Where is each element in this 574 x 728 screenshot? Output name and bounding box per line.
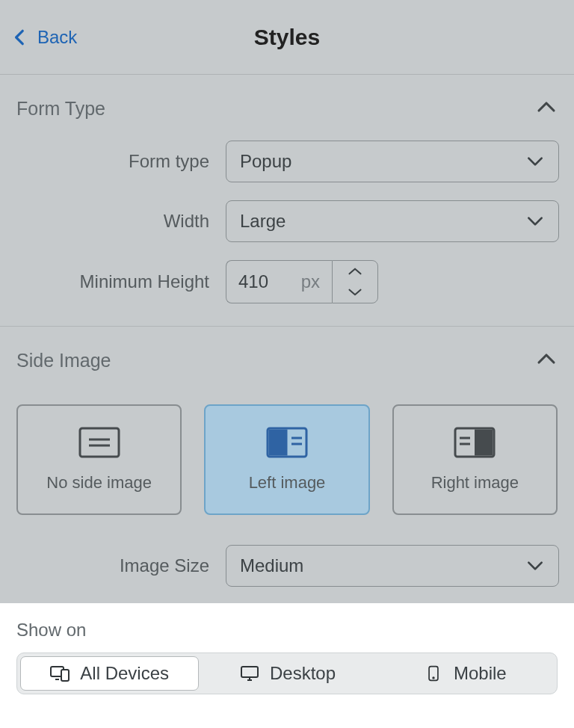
form-type-section-title: Form Type — [16, 98, 105, 120]
desktop-icon — [240, 665, 259, 682]
form-type-section: Form Type Form type Popup Width Large Mi… — [0, 75, 574, 327]
side-image-options: No side image Left image Right image — [0, 383, 574, 536]
left-image-icon — [266, 427, 308, 458]
show-on-mobile[interactable]: Mobile — [377, 656, 554, 691]
svg-rect-4 — [268, 430, 287, 456]
width-row: Width Large — [0, 191, 574, 251]
show-on-label: Show on — [16, 620, 558, 641]
min-height-stepper: 410 px — [226, 260, 378, 303]
image-size-select[interactable]: Medium — [226, 545, 559, 587]
min-height-row: Minimum Height 410 px — [0, 251, 574, 312]
form-type-value: Popup — [240, 151, 291, 172]
chevron-up-icon — [535, 96, 558, 121]
option-right-image-label: Right image — [431, 473, 519, 493]
min-height-step-up[interactable] — [333, 261, 377, 282]
chevron-up-icon — [348, 267, 362, 276]
svg-rect-0 — [80, 428, 119, 457]
chevron-down-icon — [348, 288, 362, 297]
form-type-row: Form type Popup — [0, 132, 574, 191]
no-side-image-icon — [78, 427, 120, 458]
min-height-value: 410 — [238, 271, 268, 292]
header: Back Styles — [0, 0, 574, 75]
min-height-label: Minimum Height — [15, 271, 209, 292]
chevron-up-icon — [535, 348, 558, 373]
back-button[interactable]: Back — [10, 27, 77, 48]
min-height-step-down[interactable] — [333, 282, 377, 303]
back-label: Back — [37, 27, 77, 48]
devices-icon — [50, 665, 70, 682]
width-label: Width — [15, 211, 209, 232]
show-on-desktop-label: Desktop — [270, 663, 336, 684]
image-size-label: Image Size — [15, 555, 209, 576]
option-no-side-image[interactable]: No side image — [16, 404, 182, 515]
show-on-desktop[interactable]: Desktop — [199, 656, 376, 691]
side-image-section-header[interactable]: Side Image — [0, 327, 574, 383]
svg-rect-8 — [475, 430, 493, 456]
chevron-left-icon — [10, 28, 30, 47]
show-on-all-devices[interactable]: All Devices — [20, 656, 199, 691]
side-image-section-title: Side Image — [16, 350, 111, 371]
form-type-section-header[interactable]: Form Type — [0, 75, 574, 132]
svg-rect-14 — [241, 667, 258, 677]
image-size-row: Image Size Medium — [0, 536, 574, 603]
form-type-label: Form type — [15, 151, 209, 172]
show-on-segmented: All Devices Desktop Mobile — [16, 653, 558, 694]
option-left-image-label: Left image — [249, 473, 326, 493]
svg-rect-13 — [61, 670, 69, 681]
min-height-stepper-buttons — [332, 260, 378, 303]
right-image-icon — [454, 427, 496, 458]
image-size-value: Medium — [240, 555, 303, 576]
width-select[interactable]: Large — [226, 200, 559, 242]
form-type-select[interactable]: Popup — [226, 141, 559, 182]
side-image-section: Side Image No side image Left image — [0, 327, 574, 603]
mobile-icon — [424, 665, 443, 682]
page-title: Styles — [254, 25, 320, 50]
svg-point-18 — [433, 677, 434, 679]
option-no-side-image-label: No side image — [46, 473, 152, 493]
show-on-section: Show on All Devices Desktop Mobile — [0, 603, 574, 724]
option-left-image[interactable]: Left image — [204, 404, 369, 515]
chevron-down-icon — [525, 556, 545, 576]
chevron-down-icon — [525, 152, 545, 171]
width-value: Large — [240, 211, 286, 232]
show-on-mobile-label: Mobile — [454, 663, 507, 684]
option-right-image[interactable]: Right image — [392, 404, 558, 515]
chevron-down-icon — [525, 212, 545, 231]
min-height-input[interactable]: 410 px — [226, 260, 332, 303]
min-height-unit: px — [301, 271, 320, 292]
show-on-all-label: All Devices — [80, 663, 169, 684]
